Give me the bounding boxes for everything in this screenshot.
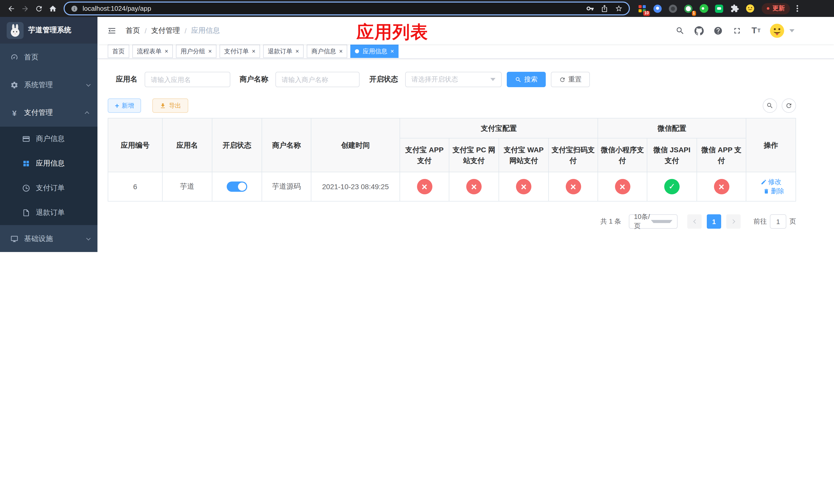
close-icon[interactable]: × (339, 48, 343, 54)
browser-home-icon[interactable] (46, 2, 60, 15)
app-logo[interactable]: 芋道管理系统 (0, 17, 97, 44)
status-label: 开启状态 (369, 75, 398, 84)
goto-label: 前往 (753, 217, 767, 226)
breadcrumb-separator: / (185, 26, 187, 35)
add-button[interactable]: + 新增 (108, 98, 141, 113)
delete-link[interactable]: 删除 (763, 187, 784, 196)
edit-link[interactable]: 修改 (761, 177, 782, 187)
document-icon (22, 209, 30, 217)
sidebar-item-label: 支付订单 (36, 184, 65, 193)
col-wechat-mini: 微信小程序支付 (598, 138, 647, 172)
github-icon[interactable] (694, 25, 705, 36)
extension-dark-icon[interactable] (667, 3, 679, 14)
tab-pay-order[interactable]: 支付订单 × (220, 45, 260, 58)
sidebar-item-home[interactable]: 首页 (0, 44, 97, 71)
extension-drop-icon[interactable] (652, 3, 663, 14)
browser-menu-icon[interactable] (794, 3, 800, 14)
export-button[interactable]: 导出 (152, 98, 188, 113)
password-key-icon[interactable] (586, 5, 594, 12)
alipay-app-pay-status[interactable] (417, 179, 432, 194)
wechat-jsapi-pay-status[interactable] (664, 179, 680, 194)
tab-label: 流程表单 (137, 47, 161, 55)
next-page-button[interactable] (726, 214, 741, 229)
close-icon[interactable]: × (390, 48, 394, 54)
reset-button[interactable]: 重置 (551, 72, 590, 87)
sidebar-item-refund-order[interactable]: 退款订单 (0, 201, 97, 225)
status-toggle[interactable] (227, 182, 247, 192)
sidebar-item-label: 退款订单 (36, 208, 65, 217)
close-icon[interactable]: × (208, 48, 212, 54)
sidebar-item-infrastructure[interactable]: 基础设施 (0, 225, 97, 252)
sidebar-item-merchant-info[interactable]: 商户信息 (0, 127, 97, 151)
refresh-icon[interactable] (782, 98, 796, 113)
browser-back-icon[interactable] (4, 2, 18, 15)
extension-blocks-icon[interactable]: 10 (637, 3, 648, 14)
breadcrumb-payment[interactable]: 支付管理 (151, 26, 180, 35)
sidebar-item-label: 系统管理 (24, 81, 53, 90)
extension-wechat-icon[interactable] (698, 3, 709, 14)
tab-label: 支付订单 (224, 47, 249, 55)
page-content: 应用名 商户名称 开启状态 请选择开启状态 搜索 重置 (97, 59, 834, 229)
status-select[interactable]: 请选择开启状态 (405, 72, 502, 87)
sidebar-collapse-icon[interactable] (105, 24, 118, 37)
alipay-qr-pay-status[interactable] (566, 179, 581, 194)
search-button[interactable]: 搜索 (507, 72, 546, 87)
help-icon[interactable] (712, 25, 724, 36)
cell-merchant: 芋道源码 (262, 172, 311, 201)
extension-chat-icon[interactable] (714, 3, 725, 14)
wechat-mini-pay-status[interactable] (615, 179, 630, 194)
merchant-name-input[interactable] (276, 72, 359, 87)
share-icon[interactable] (601, 5, 608, 12)
tab-refund-order[interactable]: 退款订单 × (263, 45, 304, 58)
tab-app-info[interactable]: 应用信息 × (350, 45, 398, 58)
site-info-icon[interactable] (71, 5, 78, 12)
tab-home[interactable]: 首页 (108, 45, 129, 58)
merchant-name-label: 商户名称 (240, 75, 268, 84)
cell-app-name: 芋道 (162, 172, 212, 201)
sidebar-item-pay-order[interactable]: 支付订单 (0, 176, 97, 201)
user-avatar[interactable] (769, 23, 785, 38)
sidebar-item-app-info[interactable]: 应用信息 (0, 151, 97, 176)
tab-label: 应用信息 (363, 47, 387, 55)
close-icon[interactable]: × (295, 48, 299, 54)
sidebar-menu: 首页 系统管理 ¥ 支付管理 商户信息 (0, 44, 97, 252)
tab-user-group[interactable]: 用户分组 × (176, 45, 216, 58)
alipay-pc-pay-status[interactable] (466, 179, 482, 194)
sidebar: 芋道管理系统 首页 系统管理 ¥ 支付管理 (0, 17, 97, 252)
bookmark-star-icon[interactable] (615, 5, 623, 12)
alipay-wap-pay-status[interactable] (516, 179, 531, 194)
url-bar[interactable]: localhost:1024/pay/app (64, 2, 630, 15)
col-wechat-jsapi: 微信 JSAPI 支付 (647, 138, 697, 172)
app-name-input[interactable] (145, 72, 230, 87)
close-icon[interactable]: × (252, 48, 256, 54)
wechat-app-pay-status[interactable] (714, 179, 729, 194)
page-number-button[interactable]: 1 (707, 214, 721, 229)
search-icon[interactable] (675, 25, 686, 36)
fullscreen-icon[interactable] (731, 25, 743, 36)
browser-profile-avatar[interactable] (744, 3, 755, 14)
page-size-select[interactable]: 10条/页 (629, 214, 678, 229)
prev-page-button[interactable] (687, 214, 702, 229)
tab-label: 首页 (112, 47, 125, 55)
breadcrumb-app-info: 应用信息 (191, 26, 220, 35)
goto-page-input[interactable] (770, 214, 786, 229)
extensions-puzzle-icon[interactable] (729, 3, 740, 14)
tab-merchant-info[interactable]: 商户信息 × (307, 45, 347, 58)
sidebar-item-system[interactable]: 系统管理 (0, 71, 97, 99)
top-navbar: 首页 / 支付管理 / 应用信息 应用列表 (97, 17, 834, 44)
extension-profile-icon[interactable]: 1 (683, 3, 694, 14)
url-text[interactable]: localhost:1024/pay/app (83, 5, 586, 12)
breadcrumb-home[interactable]: 首页 (126, 26, 140, 35)
browser-forward-icon[interactable] (18, 2, 32, 15)
credit-card-icon (22, 135, 30, 143)
update-button[interactable]: 更新 (762, 3, 790, 14)
browser-reload-icon[interactable] (32, 2, 46, 15)
font-size-icon[interactable] (750, 25, 762, 36)
avatar-caret-icon[interactable] (789, 29, 794, 32)
tab-flow-form[interactable]: 流程表单 × (132, 45, 173, 58)
close-icon[interactable]: × (164, 48, 168, 54)
main-area: 首页 / 支付管理 / 应用信息 应用列表 (97, 17, 834, 229)
update-label: 更新 (772, 4, 785, 13)
sidebar-item-payment[interactable]: ¥ 支付管理 (0, 99, 97, 127)
toggle-search-icon[interactable] (763, 98, 777, 113)
